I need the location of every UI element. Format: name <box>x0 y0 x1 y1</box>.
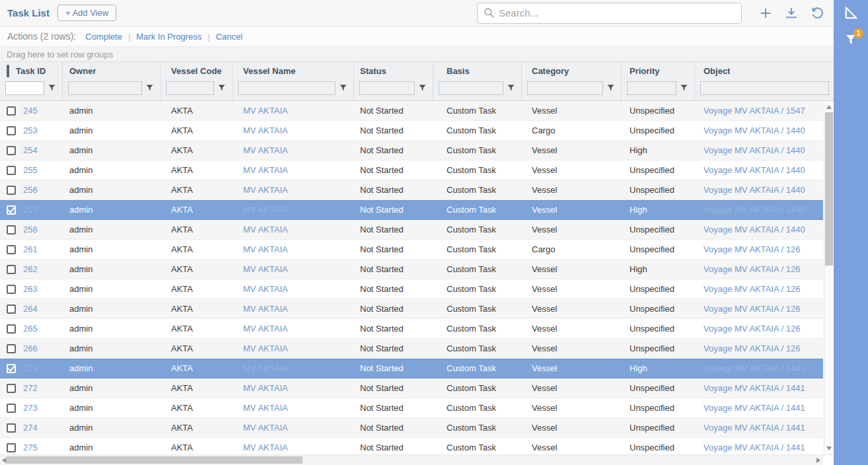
column-filter-input[interactable] <box>238 81 336 95</box>
action-link[interactable]: Mark In Progress <box>136 32 201 42</box>
select-all-checkbox[interactable] <box>7 65 9 77</box>
task-id-link[interactable]: 245 <box>23 106 38 116</box>
object-link[interactable]: Voyage MV AKTAIA / 126 <box>704 244 800 254</box>
task-id-link[interactable]: 273 <box>23 403 38 413</box>
task-id-link[interactable]: 255 <box>23 165 38 175</box>
action-link[interactable]: Cancel <box>216 32 242 42</box>
vessel-name-link[interactable]: MV AKTAIA <box>243 324 288 334</box>
scroll-right-icon[interactable] <box>816 458 820 463</box>
row-checkbox[interactable] <box>7 225 16 234</box>
vessel-name-link[interactable]: MV AKTAIA <box>243 145 288 155</box>
table-row[interactable]: 272 admin AKTA MV AKTAIA Not Started Cus… <box>0 378 823 398</box>
table-row[interactable]: 274 admin AKTA MV AKTAIA Not Started Cus… <box>0 418 823 438</box>
add-button[interactable] <box>754 2 777 24</box>
task-id-link[interactable]: 272 <box>23 383 38 393</box>
row-checkbox[interactable] <box>7 324 16 334</box>
column-filter-input[interactable] <box>700 81 829 95</box>
column-filter-button[interactable] <box>505 83 517 93</box>
column-header[interactable]: Task ID <box>0 62 63 100</box>
row-checkbox[interactable] <box>7 146 16 155</box>
row-checkbox[interactable] <box>7 205 16 215</box>
vessel-name-link[interactable]: MV AKTAIA <box>243 383 288 393</box>
object-link[interactable]: Voyage MV AKTAIA / 126 <box>704 304 800 314</box>
task-id-link[interactable]: 262 <box>23 264 38 274</box>
object-link[interactable]: Voyage MV AKTAIA / 126 <box>704 284 800 294</box>
search-input[interactable] <box>499 7 735 18</box>
table-row[interactable]: 253 admin AKTA MV AKTAIA Not Started Cus… <box>0 121 823 141</box>
task-id-link[interactable]: 254 <box>23 145 38 155</box>
vessel-name-link[interactable]: MV AKTAIA <box>243 363 288 373</box>
task-id-link[interactable]: 264 <box>23 304 38 314</box>
row-checkbox[interactable] <box>7 265 16 274</box>
vessel-name-link[interactable]: MV AKTAIA <box>243 244 288 254</box>
column-header[interactable]: Object <box>695 62 834 100</box>
column-header[interactable]: Priority <box>622 62 695 100</box>
task-id-link[interactable]: 265 <box>23 324 38 334</box>
vessel-name-link[interactable]: MV AKTAIA <box>243 106 288 116</box>
table-row[interactable]: 266 admin AKTA MV AKTAIA Not Started Cus… <box>0 339 823 359</box>
vessel-name-link[interactable]: MV AKTAIA <box>243 443 288 452</box>
object-link[interactable]: Voyage MV AKTAIA / 1441 <box>704 443 805 452</box>
column-filter-input[interactable] <box>627 81 676 95</box>
task-id-link[interactable]: 256 <box>23 185 38 195</box>
column-filter-input[interactable] <box>5 81 44 95</box>
row-groups-dropzone[interactable]: Drag here to set row groups <box>0 47 834 62</box>
export-button[interactable] <box>780 2 803 24</box>
table-row[interactable]: 262 admin AKTA MV AKTAIA Not Started Cus… <box>0 260 823 279</box>
column-filter-input[interactable] <box>68 81 142 95</box>
object-link[interactable]: Voyage MV AKTAIA / 1440 <box>704 165 805 175</box>
object-link[interactable]: Voyage MV AKTAIA / 126 <box>704 264 800 274</box>
task-id-link[interactable]: 274 <box>23 423 38 433</box>
task-id-link[interactable]: 258 <box>23 225 38 234</box>
object-link[interactable]: Voyage MV AKTAIA / 1441 <box>704 423 805 433</box>
row-checkbox[interactable] <box>7 186 16 195</box>
row-checkbox[interactable] <box>7 404 16 413</box>
row-checkbox[interactable] <box>7 423 16 433</box>
row-checkbox[interactable] <box>7 364 16 373</box>
column-filter-button[interactable] <box>215 83 227 93</box>
vessel-name-link[interactable]: MV AKTAIA <box>243 343 288 353</box>
task-id-link[interactable]: 257 <box>23 205 38 215</box>
select-tool-button[interactable] <box>834 0 868 26</box>
task-id-link[interactable]: 263 <box>23 284 38 294</box>
column-filter-button[interactable] <box>678 83 690 93</box>
vessel-name-link[interactable]: MV AKTAIA <box>243 423 288 433</box>
vertical-scrollbar[interactable] <box>824 101 834 454</box>
table-row[interactable]: 275 admin AKTA MV AKTAIA Not Started Cus… <box>0 438 823 454</box>
table-row[interactable]: 256 admin AKTA MV AKTAIA Not Started Cus… <box>0 180 823 200</box>
vessel-name-link[interactable]: MV AKTAIA <box>243 304 288 314</box>
scroll-up-icon[interactable] <box>826 105 832 109</box>
object-link[interactable]: Voyage MV AKTAIA / 1441 <box>704 363 805 373</box>
column-header[interactable]: Category <box>522 62 622 100</box>
vessel-name-link[interactable]: MV AKTAIA <box>243 165 288 175</box>
column-filter-input[interactable] <box>439 81 503 95</box>
row-checkbox[interactable] <box>7 344 16 353</box>
vessel-name-link[interactable]: MV AKTAIA <box>243 125 288 135</box>
table-row[interactable]: 263 admin AKTA MV AKTAIA Not Started Cus… <box>0 279 823 299</box>
object-link[interactable]: Voyage MV AKTAIA / 1441 <box>704 383 805 393</box>
task-id-link[interactable]: 275 <box>23 443 38 452</box>
vessel-name-link[interactable]: MV AKTAIA <box>243 284 288 294</box>
vertical-scrollbar-thumb[interactable] <box>825 112 833 266</box>
table-row[interactable]: 273 admin AKTA MV AKTAIA Not Started Cus… <box>0 398 823 418</box>
table-row[interactable]: 258 admin AKTA MV AKTAIA Not Started Cus… <box>0 220 823 240</box>
column-filter-input[interactable] <box>527 81 603 95</box>
vessel-name-link[interactable]: MV AKTAIA <box>243 185 288 195</box>
row-checkbox[interactable] <box>7 304 16 314</box>
task-id-link[interactable]: 261 <box>23 244 38 254</box>
vessel-name-link[interactable]: MV AKTAIA <box>243 205 288 215</box>
vessel-name-link[interactable]: MV AKTAIA <box>243 225 288 234</box>
object-link[interactable]: Voyage MV AKTAIA / 1440 <box>704 145 805 155</box>
add-view-button[interactable]: + Add View <box>57 5 116 21</box>
object-link[interactable]: Voyage MV AKTAIA / 1440 <box>704 185 805 195</box>
column-filter-button[interactable] <box>416 83 428 93</box>
row-checkbox[interactable] <box>7 285 16 294</box>
column-filter-button[interactable] <box>604 83 616 93</box>
row-checkbox[interactable] <box>7 166 16 175</box>
column-filter-input[interactable] <box>359 81 415 95</box>
column-filter-input[interactable] <box>166 81 214 95</box>
table-row[interactable]: 271 admin AKTA MV AKTAIA Not Started Cus… <box>0 359 823 378</box>
object-link[interactable]: Voyage MV AKTAIA / 1440 <box>704 225 805 234</box>
reset-button[interactable] <box>806 2 828 24</box>
table-row[interactable]: 255 admin AKTA MV AKTAIA Not Started Cus… <box>0 161 823 180</box>
